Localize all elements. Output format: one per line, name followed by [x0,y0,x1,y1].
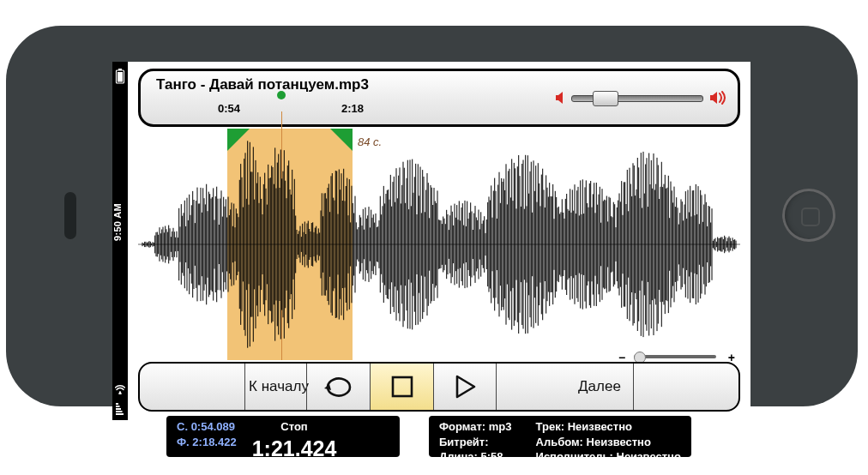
volume-high-icon[interactable] [708,90,727,105]
battery-icon [115,69,125,84]
start-prefix: С. [177,420,188,433]
selection-start-value: 0:54.089 [191,420,235,433]
volume-low-icon[interactable] [554,90,568,105]
waveform [138,129,740,360]
waveform-area[interactable]: 84 с. − + [138,129,740,360]
loop-icon [321,374,357,400]
bitrate-key: Битрейт: [439,436,489,448]
file-header: Танго - Давай потанцуем.mp3 0:54 2:18 [138,69,740,127]
track-value: Неизвестно [568,420,632,433]
metadata-panel: Формат: mp3 Битрейт: Длина: 5:58 Трек: Н… [429,416,691,457]
loop-button[interactable] [306,364,370,410]
volume-slider[interactable] [571,95,703,102]
zoom-track[interactable] [634,355,716,358]
selection-finish-value: 2:18.422 [192,436,236,448]
svg-rect-8 [116,403,118,405]
control-bar: К началу Далее [138,362,740,412]
svg-rect-10 [393,377,412,396]
album-key: Альбом: [536,436,583,448]
artist-key: Исполнитель: [536,450,613,463]
home-button[interactable] [782,189,835,242]
stop-button[interactable] [370,364,433,410]
length-value: 5:58 [481,450,503,463]
home-button-icon [801,207,820,226]
selection-end-time: 2:18 [341,102,364,115]
next-button[interactable]: Далее [566,364,634,410]
svg-rect-2 [118,72,123,82]
phone-frame: 9:50 AM Танго - Давай потанцуем.mp3 0:54… [6,26,858,406]
play-icon [452,374,478,400]
status-bar: 9:50 AM [112,62,128,420]
length-key: Длина: [439,450,478,463]
elapsed-time: 1:21.424 [252,435,337,464]
time-readout-panel: С. 0:54.089 Ф. 2:18.422 Стоп 1:21.424 [166,416,400,457]
zoom-slider[interactable]: − + [625,355,728,358]
to-start-button[interactable]: К началу [244,364,312,410]
next-label: Далее [578,378,621,395]
finish-prefix: Ф. [177,436,190,448]
svg-rect-4 [116,413,124,415]
svg-rect-6 [116,408,121,410]
stop-icon [390,375,414,399]
format-key: Формат: [439,420,485,433]
svg-rect-5 [116,411,123,412]
playhead-handle-icon[interactable] [277,91,286,99]
screen: 9:50 AM Танго - Давай потанцуем.mp3 0:54… [128,62,750,420]
play-button[interactable] [433,364,497,410]
svg-point-3 [119,391,121,393]
selection-start-time: 0:54 [218,102,240,115]
track-key: Трек: [536,420,564,433]
status-clock: 9:50 AM [112,225,128,241]
svg-rect-7 [116,406,120,407]
artist-value: Неизвестно [617,450,681,463]
format-value: mp3 [489,420,512,433]
playback-status: Стоп [280,420,307,433]
album-value: Неизвестно [587,436,651,448]
phone-speaker [64,192,76,239]
signal-icon [115,401,125,417]
wifi-icon [115,384,125,394]
to-start-label: К началу [249,378,309,395]
volume-knob[interactable] [593,91,618,106]
filename-label: Танго - Давай потанцуем.mp3 [156,76,369,93]
